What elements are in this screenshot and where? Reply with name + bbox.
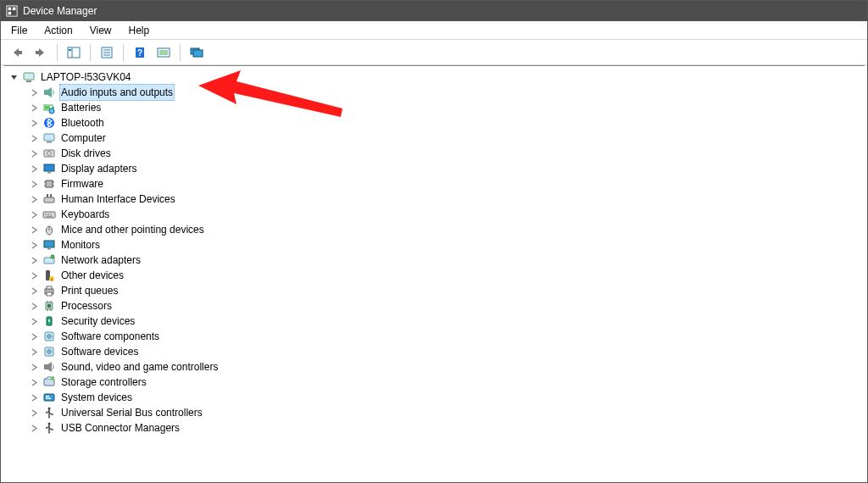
show-hide-tree-button[interactable]	[63, 42, 85, 63]
chevron-right-icon[interactable]	[29, 347, 39, 357]
usb-icon	[42, 421, 56, 435]
svg-rect-79	[46, 412, 47, 414]
chevron-right-icon[interactable]	[29, 209, 39, 219]
chevron-right-icon[interactable]	[29, 270, 39, 280]
chevron-down-icon[interactable]	[8, 72, 19, 82]
svg-rect-75	[46, 396, 49, 397]
tree-item[interactable]: Display adapters	[5, 161, 863, 176]
tree-item-label: Print queues	[59, 283, 120, 298]
tree-item[interactable]: Disk drives	[5, 146, 863, 161]
chevron-right-icon[interactable]	[29, 331, 39, 341]
chevron-right-icon[interactable]	[29, 362, 39, 372]
tree-item[interactable]: Human Interface Devices	[5, 192, 863, 207]
chevron-right-icon[interactable]	[29, 392, 39, 402]
tree-item[interactable]: Mice and other pointing devices	[5, 222, 863, 237]
tree-root[interactable]: LAPTOP-I53GVK04	[5, 69, 863, 85]
tree-item-label: System devices	[59, 390, 134, 405]
tree-item-label: Software devices	[59, 344, 140, 359]
chevron-right-icon[interactable]	[29, 118, 39, 128]
tree-pane[interactable]: LAPTOP-I53GVK04 Audio inputs and outputs…	[3, 65, 865, 480]
chevron-right-icon[interactable]	[29, 286, 39, 296]
svg-rect-45	[50, 214, 52, 215]
tree-item[interactable]: Keyboards	[5, 207, 863, 222]
menu-view[interactable]: View	[83, 23, 119, 38]
tree-item[interactable]: Universal Serial Bus controllers	[5, 405, 863, 420]
help-button[interactable]: ?	[129, 42, 151, 63]
svg-text:?: ?	[137, 48, 142, 58]
tree-item[interactable]: Security devices	[5, 314, 863, 329]
svg-rect-58	[47, 292, 52, 296]
chevron-right-icon[interactable]	[29, 133, 39, 143]
chevron-right-icon[interactable]	[29, 316, 39, 326]
tree-item[interactable]: Bluetooth	[5, 115, 863, 130]
chevron-right-icon[interactable]	[29, 408, 39, 418]
tree-item-label: Monitors	[59, 237, 102, 253]
chevron-right-icon[interactable]	[29, 148, 39, 158]
svg-rect-28	[47, 142, 52, 143]
tree-item[interactable]: Software devices	[5, 344, 863, 359]
tree-item[interactable]: USB Connector Managers	[5, 420, 863, 436]
chevron-right-icon[interactable]	[29, 164, 39, 174]
svg-rect-8	[69, 49, 71, 51]
software-icon	[42, 345, 56, 358]
tree-item[interactable]: Monitors	[5, 237, 863, 253]
chevron-right-icon[interactable]	[29, 423, 39, 433]
tree-item[interactable]: Computer	[5, 130, 863, 146]
svg-rect-49	[44, 241, 54, 247]
properties-button[interactable]	[96, 42, 118, 63]
network-icon	[42, 253, 56, 267]
usb-icon	[42, 406, 56, 419]
tree-item-label: Bluetooth	[59, 115, 106, 130]
nav-forward-button[interactable]	[30, 42, 52, 63]
svg-point-73	[51, 377, 54, 380]
keyboard-icon	[42, 208, 56, 221]
tree-item-label: Network adapters	[59, 253, 142, 268]
tree-item[interactable]: Print queues	[5, 283, 863, 298]
menu-file[interactable]: File	[4, 23, 34, 38]
svg-point-80	[52, 414, 53, 415]
unknown-icon: !	[42, 269, 56, 282]
nav-back-button[interactable]	[6, 42, 28, 63]
scan-hardware-button[interactable]	[153, 42, 175, 63]
chevron-right-icon[interactable]	[29, 87, 39, 97]
toolbar-separator	[180, 44, 181, 61]
tree-item[interactable]: !Other devices	[5, 268, 863, 283]
tree-item[interactable]: Batteries	[5, 100, 863, 115]
svg-rect-66	[48, 319, 50, 322]
svg-rect-27	[44, 134, 54, 141]
tree-item[interactable]: Storage controllers	[5, 375, 863, 390]
tree-item[interactable]: Network adapters	[5, 253, 863, 268]
tree-item[interactable]: Processors	[5, 298, 863, 314]
svg-rect-34	[46, 180, 53, 187]
chevron-right-icon[interactable]	[29, 255, 39, 265]
tree-item-label: Human Interface Devices	[59, 192, 177, 207]
svg-rect-19	[24, 73, 34, 80]
menu-bar: File Action View Help	[1, 21, 867, 40]
chevron-right-icon[interactable]	[29, 225, 39, 235]
storage-icon	[42, 375, 56, 389]
tree-item[interactable]: System devices	[5, 390, 863, 405]
svg-rect-46	[46, 216, 53, 218]
menu-action[interactable]: Action	[37, 23, 79, 38]
chevron-right-icon[interactable]	[29, 301, 39, 311]
menu-help[interactable]: Help	[122, 23, 157, 38]
tree-item-label: Display adapters	[59, 161, 138, 176]
svg-rect-39	[44, 197, 54, 203]
system-icon	[42, 391, 56, 404]
security-icon	[42, 314, 56, 328]
tree-item[interactable]: Sound, video and game controllers	[5, 359, 863, 375]
svg-rect-18	[193, 50, 203, 57]
devices-monitors-button[interactable]	[186, 42, 208, 63]
app-icon	[6, 5, 18, 17]
chevron-right-icon[interactable]	[29, 179, 39, 189]
cpu-icon	[42, 299, 56, 313]
chevron-right-icon[interactable]	[29, 377, 39, 387]
tree-item-label: Disk drives	[59, 146, 113, 161]
chevron-right-icon[interactable]	[29, 240, 39, 250]
chevron-right-icon[interactable]	[29, 103, 39, 113]
svg-rect-44	[47, 214, 49, 215]
tree-item[interactable]: Audio inputs and outputs	[5, 85, 863, 100]
tree-item[interactable]: Firmware	[5, 176, 863, 192]
tree-item[interactable]: Software components	[5, 329, 863, 344]
chevron-right-icon[interactable]	[29, 194, 39, 204]
